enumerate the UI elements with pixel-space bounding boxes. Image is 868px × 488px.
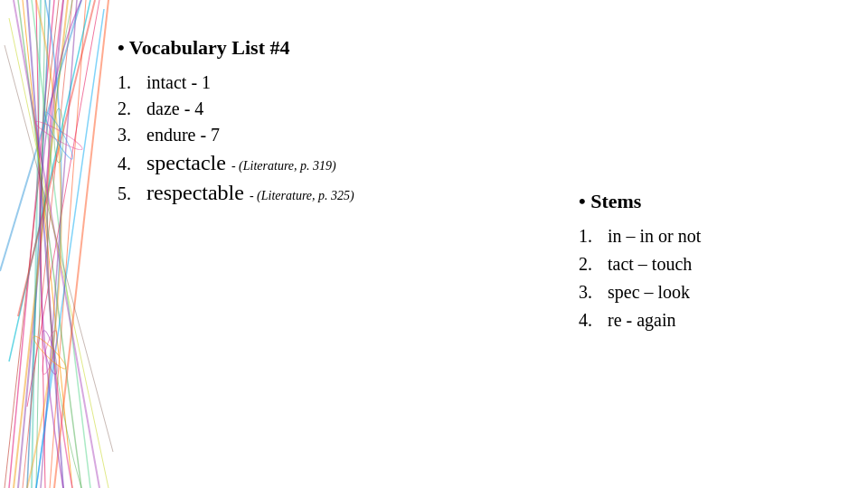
stems-list: 1.in – in or not2.tact – touch3.spec – l… xyxy=(579,226,841,331)
stems-item: 1.in – in or not xyxy=(579,226,841,247)
vocab-item: 5.respectable- (Literature, p. 325) xyxy=(118,181,570,205)
decorative-art xyxy=(0,0,118,488)
vocab-item: 1.intact - 1 xyxy=(118,72,570,93)
stems-item-num: 4. xyxy=(579,310,608,331)
vocab-item-ref: - (Literature, p. 319) xyxy=(231,159,336,174)
vocab-title: • Vocabulary List #4 xyxy=(118,36,570,60)
stems-item-text: re - again xyxy=(608,310,676,331)
stems-item-num: 2. xyxy=(579,254,608,275)
vocab-item-num: 2. xyxy=(118,99,146,119)
vocab-item-text: daze - 4 xyxy=(146,99,203,119)
vocabulary-section: • Vocabulary List #4 1.intact - 12.daze … xyxy=(118,36,570,211)
vocab-item-num: 1. xyxy=(118,72,146,93)
vocab-item-text: endure - 7 xyxy=(146,125,220,145)
stems-item-num: 3. xyxy=(579,282,608,303)
vocab-item-num: 4. xyxy=(118,154,146,174)
vocab-item-num: 5. xyxy=(118,183,146,204)
stems-item-num: 1. xyxy=(579,226,608,247)
stems-item: 3.spec – look xyxy=(579,282,841,303)
stems-item-text: tact – touch xyxy=(608,254,692,275)
vocab-list: 1.intact - 12.daze - 43.endure - 74.spec… xyxy=(118,72,570,205)
vocab-item-text: intact - 1 xyxy=(146,72,211,93)
stems-item: 4.re - again xyxy=(579,310,841,331)
stems-item-text: spec – look xyxy=(608,282,690,303)
stems-item-text: in – in or not xyxy=(608,226,701,247)
vocab-item-text: spectacle xyxy=(146,151,226,175)
vocab-item: 3.endure - 7 xyxy=(118,125,570,145)
vocab-item-text: respectable xyxy=(146,181,244,205)
vocab-item-num: 3. xyxy=(118,125,146,145)
vocab-item: 2.daze - 4 xyxy=(118,99,570,119)
stems-title: • Stems xyxy=(579,190,841,213)
stems-section: • Stems 1.in – in or not2.tact – touch3.… xyxy=(579,190,841,338)
vocab-item: 4.spectacle- (Literature, p. 319) xyxy=(118,151,570,175)
stems-item: 2.tact – touch xyxy=(579,254,841,275)
vocab-item-ref: - (Literature, p. 325) xyxy=(250,189,354,203)
